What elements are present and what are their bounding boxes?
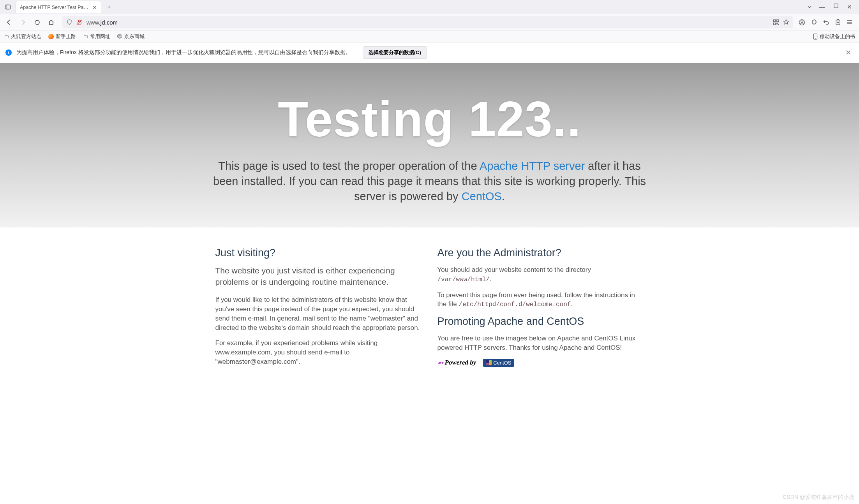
admin-p1: You should add your website content to t… (437, 265, 644, 284)
shield-icon[interactable] (66, 19, 72, 25)
right-column: Are you the Administrator? You should ad… (437, 247, 644, 372)
panel-icon (5, 4, 11, 10)
recent-tabs-button[interactable] (2, 2, 13, 12)
choose-data-button[interactable]: 选择您要分享的数据(C) (363, 46, 427, 59)
nav-toolbar: www.jd.com (0, 14, 859, 30)
clipboard-icon (835, 19, 841, 26)
globe-icon: 🌐︎ (117, 33, 122, 39)
address-bar[interactable]: www.jd.com (62, 16, 793, 28)
svg-point-9 (801, 21, 803, 23)
just-visiting-heading: Just visiting? (215, 247, 422, 259)
star-icon (783, 19, 789, 25)
left-subheading: The website you just visited is either e… (215, 265, 422, 287)
close-window-button[interactable]: ✕ (847, 4, 852, 11)
admin-heading: Are you the Administrator? (437, 247, 644, 259)
promoting-text: You are free to use the images below on … (437, 334, 644, 352)
undo-close-button[interactable] (823, 19, 829, 26)
info-icon: i (5, 49, 12, 56)
forward-button[interactable] (17, 16, 29, 28)
bookmarks-toolbar: 🗀火狐官方站点 新手上路 🗀常用网址 🌐︎京东商城 移动设备上的书 (0, 30, 859, 42)
list-tabs-button[interactable] (807, 4, 812, 10)
promoting-heading: Promoting Apache and CentOS (437, 315, 644, 328)
window-controls: — ✕ (819, 4, 852, 11)
lock-insecure-icon[interactable] (76, 19, 83, 25)
svg-rect-7 (774, 23, 776, 25)
feather-icon: ➵ (437, 358, 443, 367)
svg-rect-0 (5, 5, 11, 9)
folder-icon: 🗀 (4, 33, 9, 39)
hamburger-icon (847, 19, 853, 25)
hero-lead-text: This page is used to test the proper ope… (212, 159, 648, 204)
tab-close-button[interactable]: ✕ (92, 4, 97, 11)
tab-bar: Apache HTTP Server Test Page p ✕ ＋ — ✕ (0, 0, 859, 14)
svg-point-12 (815, 38, 816, 39)
account-button[interactable] (799, 19, 805, 26)
arrow-left-icon (5, 19, 12, 26)
hero-banner: Testing 123.. This page is used to test … (0, 63, 859, 227)
bookmark-star-button[interactable] (783, 19, 789, 25)
new-tab-button[interactable]: ＋ (104, 2, 115, 12)
centos-mark-icon (486, 360, 492, 365)
bookmark-item-4[interactable]: 🌐︎京东商城 (117, 33, 145, 40)
logos-row: ➵ Powered by CentOS (437, 358, 644, 367)
home-icon (48, 19, 55, 26)
bookmark-mobile[interactable]: 移动设备上的书 (813, 33, 855, 40)
bookmark-item-2[interactable]: 新手上路 (48, 33, 76, 40)
notification-close-button[interactable]: ✕ (843, 48, 854, 57)
tab-title: Apache HTTP Server Test Page p (20, 5, 89, 10)
content-columns: Just visiting? The website you just visi… (208, 227, 652, 372)
back-button[interactable] (3, 16, 15, 28)
bookmark-item-3[interactable]: 🗀常用网址 (83, 33, 110, 40)
mobile-icon (813, 33, 818, 40)
minimize-button[interactable]: — (819, 4, 825, 11)
centos-link[interactable]: CentOS (462, 190, 502, 203)
maximize-button[interactable] (834, 4, 838, 11)
undo-icon (823, 19, 829, 26)
apache-link[interactable]: Apache HTTP server (480, 160, 585, 172)
browser-tab-active[interactable]: Apache HTTP Server Test Page p ✕ (16, 1, 101, 13)
reload-icon (34, 19, 41, 26)
notification-text: 为提高用户体验，Firefox 将发送部分功能的使用情况给我们，用于进一步优化火… (16, 49, 351, 56)
left-p2: For example, if you experienced problems… (215, 338, 422, 366)
firefox-icon (48, 34, 54, 39)
extensions-button[interactable] (811, 19, 817, 26)
svg-rect-6 (777, 20, 779, 22)
url-text: www.jd.com (86, 19, 769, 26)
left-p1: If you would like to let the administrat… (215, 295, 422, 332)
app-menu-button[interactable] (847, 19, 853, 25)
bookmark-item-1[interactable]: 🗀火狐官方站点 (4, 33, 41, 40)
chevron-down-icon (807, 4, 812, 10)
folder-icon: 🗀 (83, 33, 88, 39)
svg-rect-5 (774, 20, 776, 22)
svg-rect-2 (834, 4, 838, 8)
home-button[interactable] (45, 16, 57, 28)
admin-p2: To prevent this page from ever being use… (437, 291, 644, 309)
notification-bar: i 为提高用户体验，Firefox 将发送部分功能的使用情况给我们，用于进一步优… (0, 42, 859, 63)
maximize-icon (834, 4, 838, 8)
powered-by-apache-logo[interactable]: ➵ Powered by (437, 358, 476, 367)
centos-logo[interactable]: CentOS (483, 359, 514, 367)
qr-icon[interactable] (773, 19, 779, 25)
puzzle-icon (811, 19, 817, 26)
left-column: Just visiting? The website you just visi… (215, 247, 422, 372)
save-to-pocket-button[interactable] (835, 19, 841, 26)
hero-title: Testing 123.. (16, 90, 843, 148)
arrow-right-icon (19, 19, 26, 26)
user-icon (799, 19, 805, 26)
reload-button[interactable] (31, 16, 43, 28)
